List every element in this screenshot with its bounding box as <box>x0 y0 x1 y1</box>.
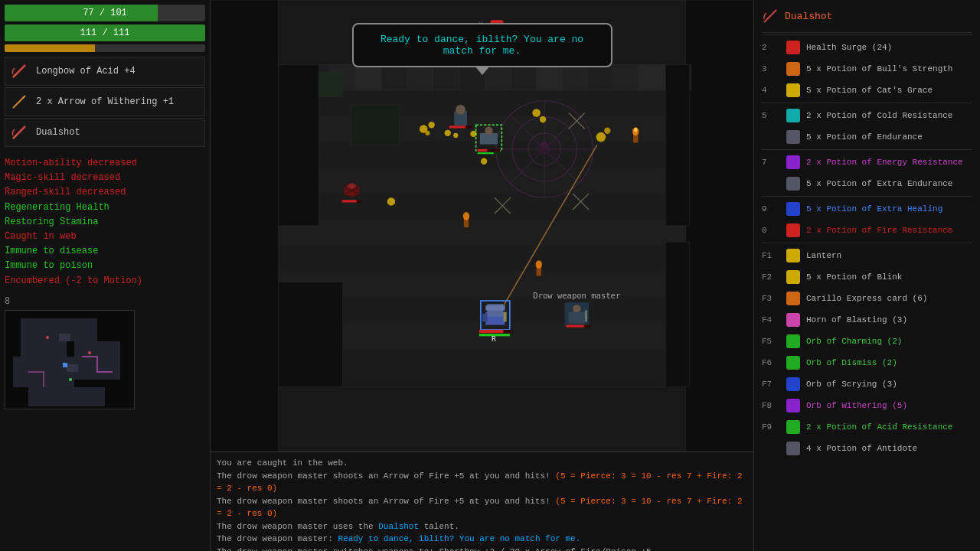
inventory-list: 2Health Surge (24)35 x Potion of Bull's … <box>757 34 977 459</box>
svg-point-99 <box>428 122 434 128</box>
inv-icon-2 <box>786 83 800 97</box>
inv-item-16[interactable]: F8Orb of Withering (5) <box>757 395 977 416</box>
inv-key-14: F6 <box>762 358 786 367</box>
inv-icon-1 <box>786 62 800 76</box>
inv-item-3[interactable]: 52 x Potion of Cold Resistance <box>757 105 977 126</box>
svg-rect-127 <box>479 330 504 333</box>
inv-key-3: 5 <box>762 111 786 120</box>
inv-divider-5 <box>762 149 972 150</box>
svg-rect-28 <box>407 64 433 90</box>
xp-bar-fill <box>5 44 95 52</box>
svg-point-15 <box>46 336 49 339</box>
inv-item-6[interactable]: 5 x Potion of Extra Endurance <box>757 173 977 194</box>
inv-item-7[interactable]: 95 x Potion of Extra Healing <box>757 198 977 220</box>
mp-bar-container: 111 / 111 <box>5 24 205 41</box>
left-panel: 77 / 101 111 / 111 Longbow of Acid +4 <box>0 0 211 551</box>
inv-key-0: 2 <box>762 43 786 52</box>
svg-rect-41 <box>278 142 684 168</box>
inv-name-0: Health Surge (24) <box>806 43 892 52</box>
inv-name-8: 2 x Potion of Fire Resistance <box>806 226 952 235</box>
minimap-svg <box>5 311 135 409</box>
equipment-slot-2[interactable]: 2 x Arrow of Withering +1 <box>5 87 205 116</box>
svg-rect-52 <box>278 282 342 387</box>
inv-item-13[interactable]: F5Orb of Charming (2) <box>757 331 977 352</box>
svg-rect-34 <box>562 64 588 90</box>
svg-rect-50 <box>278 64 318 226</box>
svg-rect-20 <box>211 0 278 452</box>
inv-key-12: F4 <box>762 315 786 324</box>
svg-point-89 <box>453 133 458 138</box>
svg-rect-134 <box>569 312 585 324</box>
log-line-4: The drow weapon master uses the Dualshot… <box>217 520 747 533</box>
inv-item-14[interactable]: F6Orb of Dismiss (2) <box>757 352 977 373</box>
speech-bubble: Ready to dance, iblith? You are no match… <box>352 23 612 67</box>
equipment-slot-1[interactable]: Longbow of Acid +4 <box>5 57 205 86</box>
inv-item-11[interactable]: F3Carillo Express card (6) <box>757 288 977 309</box>
svg-rect-97 <box>478 152 494 154</box>
equipment-slot-3[interactable]: Dualshot <box>5 118 205 147</box>
inv-item-5[interactable]: 72 x Potion of Energy Resistance <box>757 152 977 173</box>
svg-rect-37 <box>639 64 665 90</box>
svg-point-104 <box>604 127 610 133</box>
status-regen: Regenerating Health <box>5 201 205 215</box>
inv-item-12[interactable]: F4Horn of Blasting (3) <box>757 309 977 331</box>
status-poison: Immune to poison <box>5 259 205 273</box>
svg-point-106 <box>387 197 396 206</box>
svg-rect-137 <box>567 325 584 328</box>
inv-icon-7 <box>786 202 800 216</box>
status-web: Caught in web <box>5 230 205 244</box>
inv-item-1[interactable]: 35 x Potion of Bull's Strength <box>757 58 977 80</box>
combat-log[interactable]: You are caught in the web. The drow weap… <box>211 452 753 551</box>
log-line-1: You are caught in the web. <box>217 457 747 470</box>
inv-key-7: 9 <box>762 204 786 214</box>
inv-icon-18 <box>786 442 800 455</box>
skill-icon <box>8 122 30 143</box>
inv-item-4[interactable]: 5 x Potion of Endurance <box>757 126 977 148</box>
game-viewport: R Drow weapon master <box>211 0 753 452</box>
log-line-3: The drow weapon master shoots an Arrow o… <box>217 495 747 520</box>
inv-name-4: 5 x Potion of Endurance <box>806 132 923 142</box>
svg-point-105 <box>481 158 487 165</box>
svg-rect-95 <box>478 149 488 152</box>
game-area: R Drow weapon master <box>211 0 754 551</box>
svg-point-85 <box>456 105 466 115</box>
inv-item-17[interactable]: F92 x Potion of Acid Resistance <box>757 416 977 438</box>
inv-key-11: F3 <box>762 294 786 303</box>
speech-text: Ready to dance, iblith? You are no match… <box>381 34 583 57</box>
svg-rect-33 <box>537 64 563 90</box>
inv-item-8[interactable]: 02 x Potion of Fire Resistance <box>757 220 977 241</box>
svg-rect-35 <box>588 64 614 90</box>
drow-weapon-master <box>564 302 590 328</box>
inv-name-5: 2 x Potion of Energy Resistance <box>806 158 963 167</box>
weapon-icon <box>8 60 30 82</box>
inv-key-2: 4 <box>762 86 786 95</box>
inv-key-9: F1 <box>762 251 786 260</box>
inv-item-2[interactable]: 45 x Potion of Cat's Grace <box>757 80 977 101</box>
svg-rect-12 <box>59 334 70 341</box>
svg-rect-42 <box>278 168 684 194</box>
inv-key-16: F8 <box>762 401 786 410</box>
svg-rect-44 <box>278 220 684 246</box>
svg-point-115 <box>634 127 637 132</box>
inv-name-11: Carillo Express card (6) <box>806 294 927 303</box>
svg-line-147 <box>764 10 776 22</box>
inv-item-10[interactable]: F25 x Potion of Blink <box>757 266 977 288</box>
inv-key-1: 3 <box>762 64 786 73</box>
status-list: Motion-ability decreased Magic-skill dec… <box>5 156 205 289</box>
svg-rect-32 <box>511 64 537 90</box>
svg-rect-54 <box>318 73 343 97</box>
minimap-label: 8 <box>5 296 205 307</box>
inventory-header: Dualshot <box>757 5 977 28</box>
log-line-2: The drow weapon master shoots an Arrow o… <box>217 470 747 495</box>
inv-item-15[interactable]: F7Orb of Scrying (3) <box>757 373 977 395</box>
svg-rect-8 <box>67 318 97 341</box>
minimap <box>5 310 135 409</box>
inv-item-9[interactable]: F1Lantern <box>757 245 977 266</box>
inv-item-18[interactable]: 4 x Potion of Antidote <box>757 438 977 459</box>
skill-name: Dualshot <box>36 127 80 138</box>
inv-icon-17 <box>786 420 800 434</box>
svg-rect-125 <box>503 312 506 322</box>
inv-item-0[interactable]: 2Health Surge (24) <box>757 37 977 58</box>
xp-bar <box>5 44 205 52</box>
inv-name-9: Lantern <box>806 251 841 260</box>
